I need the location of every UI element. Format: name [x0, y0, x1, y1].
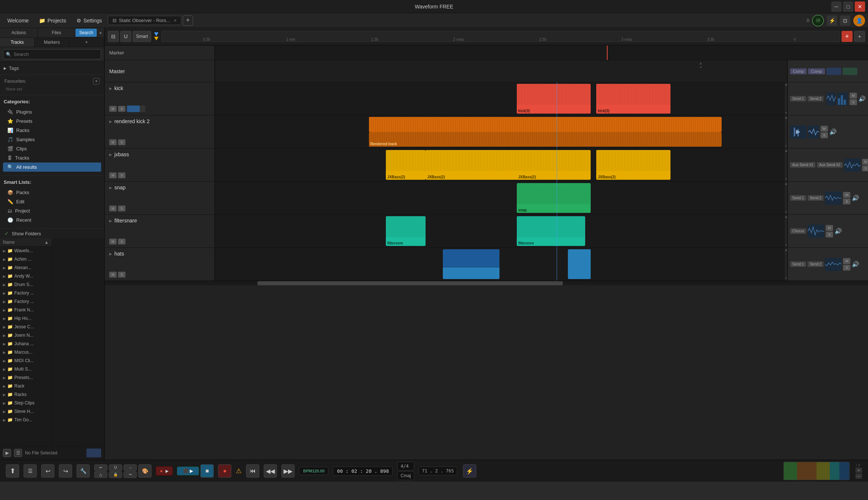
redo-btn[interactable]: ↪	[59, 464, 72, 478]
cat-presets[interactable]: ⭐ Presets	[3, 117, 101, 126]
jxbass-right-s[interactable]: S	[862, 165, 868, 171]
kick-volume-fader[interactable]	[127, 106, 145, 112]
tab-add-marker[interactable]: +	[70, 38, 104, 47]
hats-expand[interactable]: ▶	[109, 252, 112, 256]
list-item[interactable]: ▶ 📁 MIDI Cli...	[0, 357, 52, 365]
hats-send2-btn[interactable]: Send:2	[808, 261, 824, 267]
kick-expand[interactable]: ▶	[109, 86, 112, 90]
menu-projects[interactable]: 📁 Projects	[35, 16, 71, 25]
jxbass-aux1-btn[interactable]: Aux Send #1	[790, 162, 815, 168]
kick-right-s[interactable]: S	[850, 99, 857, 105]
zoom-out-btn[interactable]: −	[855, 474, 862, 479]
add-favourite-btn[interactable]: +	[93, 78, 100, 85]
kick-solo-btn[interactable]: S	[118, 106, 125, 112]
master-area[interactable]: A +	[215, 60, 787, 82]
kick-vol-knob[interactable]: 🔊	[858, 95, 866, 102]
list-item[interactable]: ▶ 📁 Multi S...	[0, 365, 52, 374]
list-item[interactable]: ▶ 📁 Andy W...	[0, 272, 52, 281]
list-item[interactable]: ▶ 📁 Joern N...	[0, 331, 52, 340]
filtersnare-solo-btn[interactable]: S	[118, 239, 125, 244]
cat-plugins[interactable]: 🔌 Plugins	[3, 107, 101, 117]
comp-btn-1[interactable]: Comp	[790, 68, 807, 74]
preview-play-btn[interactable]: ▶	[3, 449, 11, 457]
u-btn[interactable]: U	[109, 464, 122, 471]
filtersnare-clips-area[interactable]: filtersnre filtersnre	[215, 215, 784, 247]
smart-recent[interactable]: 🕐 Recent	[3, 215, 101, 225]
snap-clips-area[interactable]: snap	[215, 182, 784, 214]
rewind-btn[interactable]: ⏮	[246, 464, 259, 478]
list-item[interactable]: ▶ 📁 Alexan...	[0, 264, 52, 272]
snap-send2-btn[interactable]: Send:2	[808, 195, 824, 201]
list-item[interactable]: ▶ 📁 Racks	[0, 390, 52, 399]
list-item[interactable]: ▶ 📁 Steve H...	[0, 407, 52, 416]
cat-tracks[interactable]: 🎛 Tracks	[3, 153, 101, 162]
rendered-mute-btn[interactable]: M	[109, 139, 117, 145]
back-btn[interactable]: ◀◀	[264, 464, 277, 478]
hats-mute-btn[interactable]: M	[109, 272, 117, 278]
maximize-button[interactable]: □	[843, 1, 853, 12]
u-btn[interactable]: U	[120, 31, 131, 42]
h-scrollbar-thumb[interactable]	[257, 281, 563, 285]
undo-btn[interactable]: ↩	[41, 464, 54, 478]
loop-add-btn[interactable]: +	[854, 31, 865, 42]
fullscreen-btn[interactable]: ⊡	[840, 15, 850, 26]
rendered-right-m[interactable]: M	[821, 126, 828, 132]
hats-right-s[interactable]: S	[843, 265, 850, 271]
kick-mute-btn[interactable]: M	[109, 106, 117, 112]
master-fader-2[interactable]	[843, 68, 857, 75]
hats-clips-area[interactable]	[215, 248, 784, 281]
rendered-vol-knob[interactable]: 🔊	[829, 128, 837, 135]
filtersnare-expand[interactable]: ▶	[109, 219, 112, 223]
smart-btn[interactable]: Smart	[133, 31, 151, 42]
h-scrollbar[interactable]	[105, 281, 868, 285]
rendered-expand[interactable]: ▶	[109, 119, 112, 124]
rendered-clip-top[interactable]	[369, 117, 722, 132]
sort-icon[interactable]: ▲	[45, 240, 49, 245]
list-item[interactable]: ▶ 📁 Factory ...	[0, 297, 52, 306]
show-folders[interactable]: ✓ Show Folders	[0, 229, 104, 238]
stop-btn[interactable]: ■	[200, 464, 214, 478]
bpm-display[interactable]: BPM120.00	[299, 467, 328, 475]
tab-tracks[interactable]: Tracks	[0, 38, 35, 47]
kick-right-m[interactable]: M	[850, 93, 857, 99]
hats-vol-knob[interactable]: 🔊	[852, 261, 859, 268]
tab-close-btn[interactable]: ×	[174, 18, 177, 23]
rendered-solo-btn[interactable]: S	[118, 139, 125, 145]
hats-clip-1[interactable]	[443, 249, 500, 279]
snap-send1-btn[interactable]: Send:1	[790, 195, 806, 201]
clip-kick-2[interactable]: kick(3)	[596, 84, 670, 114]
close-button[interactable]: ✕	[855, 1, 865, 12]
list-item[interactable]: ▶ 📁 Jesse C...	[0, 323, 52, 331]
list-item[interactable]: ▶ 📁 Presets...	[0, 374, 52, 382]
snap-btn[interactable]: ↩	[94, 464, 107, 471]
snap-clip-1[interactable]: snap	[517, 183, 591, 213]
jxbass-right-m[interactable]: M	[862, 159, 868, 165]
jxbass-mute-btn[interactable]: M	[109, 172, 117, 178]
tags-header[interactable]: ▶ Tags	[3, 64, 101, 72]
loop-small-btn[interactable]: ↪	[124, 471, 137, 478]
clip-record-group[interactable]: ● ▶	[156, 467, 172, 475]
filtersnare-chorus-btn[interactable]: Chorus	[790, 228, 806, 234]
position-display[interactable]: 71 . 2 . 765	[419, 467, 457, 475]
time-display[interactable]: 00 : 02 : 20 . 898	[333, 467, 393, 476]
play-pause-btn[interactable]: ⬛ ▶	[177, 467, 199, 475]
tab-actions[interactable]: Actions	[0, 28, 38, 38]
tab-markers[interactable]: Markers	[35, 38, 69, 47]
loop-btn[interactable]: ⊟	[108, 31, 119, 42]
add-track-button[interactable]: +	[842, 31, 853, 42]
jxbass-expand[interactable]: ▶	[109, 153, 112, 157]
filtersnare-clip-1[interactable]: filtersnre	[386, 216, 426, 246]
user-btn[interactable]: 👤	[853, 15, 865, 26]
list-item[interactable]: ▶ 📁 Frank N...	[0, 306, 52, 314]
list-item[interactable]: ▶ 📁 Step Clips	[0, 399, 52, 407]
rendered-right-s[interactable]: S	[821, 132, 828, 138]
snap-mute-btn[interactable]: M	[109, 206, 117, 211]
master-fader-1[interactable]	[826, 68, 841, 75]
smart-edit[interactable]: ✏️ Edit	[3, 197, 101, 206]
cat-clips[interactable]: 🎬 Clips	[3, 144, 101, 153]
filtersnare-vol-knob[interactable]: 🔊	[835, 228, 842, 235]
list-btn[interactable]: ☰	[24, 464, 37, 478]
list-item[interactable]: ▶ 📁 Juhana ...	[0, 340, 52, 348]
smart-project[interactable]: 🗂 Project	[3, 206, 101, 215]
snap-vol-knob[interactable]: 🔊	[852, 194, 859, 201]
